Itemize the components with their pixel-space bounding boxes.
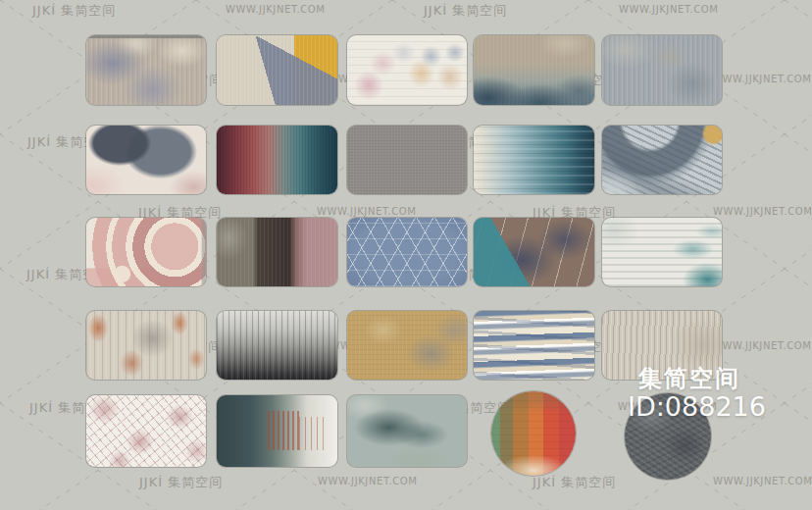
rug-swatch-geometric-triangles-mustard bbox=[217, 35, 337, 105]
rug-swatch-organic-charcoal-blush bbox=[86, 126, 206, 194]
rug-swatch-teal-brushstroke-white bbox=[602, 218, 722, 286]
rug-swatch-tricolor-stripe-blocks bbox=[217, 218, 337, 286]
rug-swatch-plain-gray-weave bbox=[347, 126, 467, 194]
rug-swatch-greige-woodgrain bbox=[602, 311, 722, 380]
rug-swatch-rust-distressed-abstract bbox=[86, 311, 206, 380]
rug-swatch-skeleton-leaves-rosewood bbox=[86, 395, 206, 467]
rug-swatch-misty-teal-wash bbox=[347, 395, 467, 467]
rug-swatch-teal-fade-rust-script bbox=[217, 395, 337, 467]
rug-swatch-watercolor-blossom-white bbox=[347, 35, 467, 105]
rug-swatch-circle-stripe-autumn bbox=[491, 391, 576, 476]
rug-swatch-ochre-vintage-patch bbox=[347, 311, 467, 380]
rug-swatch-abstract-blue-beige-wash bbox=[86, 35, 206, 105]
rug-swatch-ombre-burgundy-teal bbox=[217, 126, 337, 194]
rug-swatch-charcoal-streak-fade bbox=[217, 311, 337, 380]
rug-swatch-fish-school-moon bbox=[602, 126, 722, 194]
rug-swatch-abstract-teal-sand bbox=[474, 35, 594, 105]
rug-swatch-blue-geometric-lattice bbox=[347, 218, 467, 286]
rug-swatch-ikat-chevron-teal bbox=[474, 126, 594, 194]
rug-swatch-blue-ripple-waves bbox=[474, 311, 594, 380]
rug-swatch-washed-denim-gray bbox=[602, 35, 722, 105]
rug-swatch-marbled-navy-taupe bbox=[474, 218, 594, 286]
rug-catalog-image: JJKÍ 集简空间WWW.JJKJNET.COMJJKÍ 集简空间WWW.JJK… bbox=[0, 0, 812, 510]
rug-swatch-blush-arches bbox=[86, 218, 206, 286]
rug-swatch-circle-granite-speckle bbox=[625, 393, 711, 480]
